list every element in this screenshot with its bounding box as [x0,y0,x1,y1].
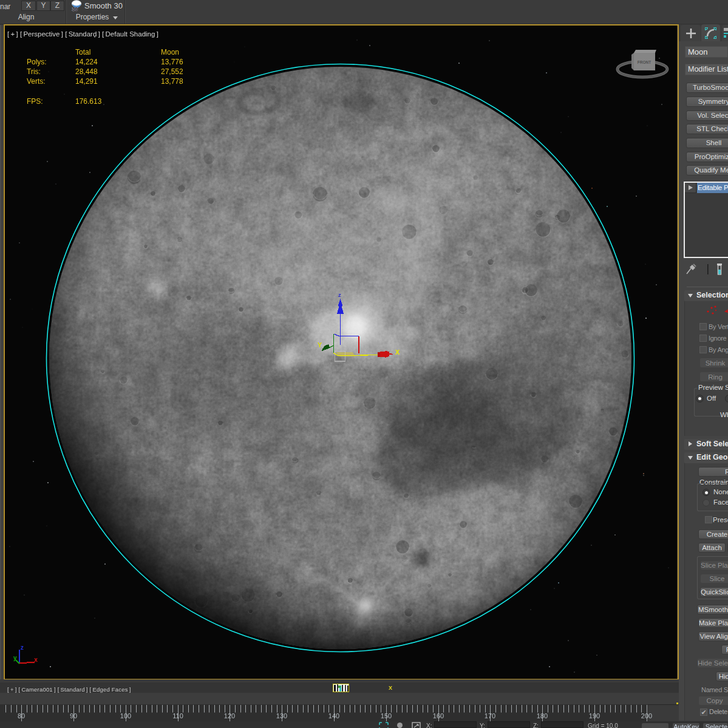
svg-text:30: 30 [72,6,78,12]
